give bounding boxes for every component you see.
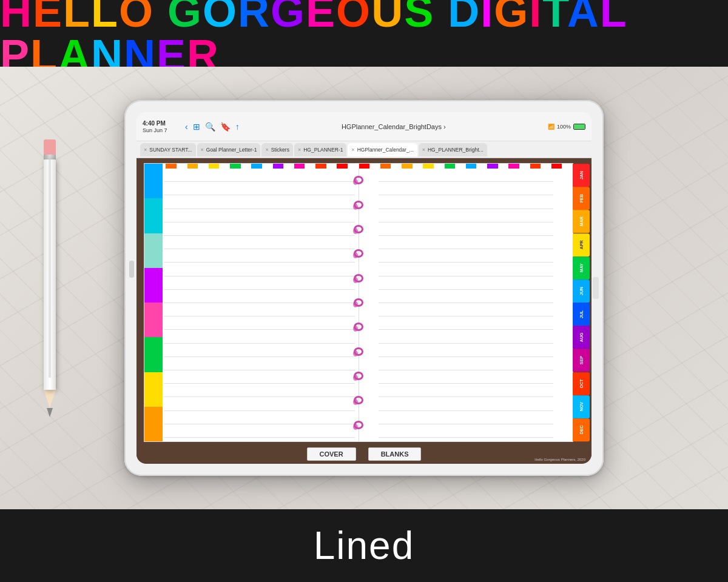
title-letter: I <box>480 0 494 36</box>
month-tabs: JAN FEB MAR APR MAY JUN JUL AUG SEP OCT … <box>573 164 590 441</box>
month-tab-aug[interactable]: AUG <box>573 326 590 349</box>
month-tab-may[interactable]: MAY <box>573 256 590 279</box>
ring <box>354 323 363 331</box>
tab-label: HG_PLANNER_Bright... <box>428 147 484 153</box>
month-tab-jan[interactable]: JAN <box>573 164 590 187</box>
tab-hg-calendar[interactable]: × HGPlanner_Calendar_... <box>348 143 417 156</box>
month-tab-apr[interactable]: APR <box>573 233 590 256</box>
dash-seg <box>219 164 230 169</box>
line <box>379 411 554 424</box>
bookmark-icon[interactable]: 🔖 <box>220 122 231 132</box>
tab-close-icon[interactable]: × <box>201 147 204 153</box>
month-tab-jul[interactable]: JUL <box>573 303 590 326</box>
page-left <box>144 163 359 442</box>
tab-label: Stickers <box>271 147 289 153</box>
line <box>164 276 355 290</box>
line <box>164 411 355 424</box>
line <box>164 182 355 195</box>
tab-close-icon[interactable]: × <box>351 147 354 153</box>
line <box>379 424 554 438</box>
left-tab-teal[interactable] <box>144 233 163 268</box>
tab-sunday[interactable]: × SUNDAY START... <box>140 143 196 156</box>
tab-close-icon[interactable]: × <box>265 147 268 153</box>
line <box>164 357 355 370</box>
line <box>164 249 355 263</box>
line <box>379 195 554 209</box>
dash-seg <box>337 164 348 169</box>
tab-close-icon[interactable]: × <box>298 147 301 153</box>
month-tab-dec[interactable]: DEC <box>573 418 590 441</box>
title-letter: I <box>529 0 542 36</box>
browser-time: 4:40 PM <box>143 120 179 127</box>
line <box>164 384 355 397</box>
back-icon[interactable]: ‹ <box>185 122 188 132</box>
line <box>379 276 554 290</box>
left-tab-yellow[interactable] <box>144 372 163 407</box>
title-letter: G <box>494 0 529 36</box>
dash-seg <box>434 164 445 169</box>
tab-goal[interactable]: × Goal Planner_Letter-1 <box>197 143 261 156</box>
tab-close-icon[interactable]: × <box>422 147 425 153</box>
pencil-tip <box>44 390 56 408</box>
title-letter: T <box>542 0 567 36</box>
title-letter: E <box>306 0 336 36</box>
month-tab-oct[interactable]: OCT <box>573 372 590 395</box>
line <box>379 263 554 276</box>
ring <box>354 201 363 209</box>
dash-seg <box>445 164 456 169</box>
line <box>164 222 355 236</box>
wifi-icon: 📶 <box>548 124 554 130</box>
month-tab-nov[interactable]: NOV <box>573 395 590 418</box>
left-tab-cyan[interactable] <box>144 198 163 233</box>
share-icon[interactable]: ↑ <box>235 122 240 132</box>
cover-button[interactable]: COVER <box>307 447 356 461</box>
line <box>164 424 355 438</box>
battery-fill <box>574 124 585 129</box>
dash-seg <box>413 164 423 169</box>
dash-seg <box>508 164 519 169</box>
lined-area-left <box>164 169 355 438</box>
bottom-label: Lined <box>314 523 415 568</box>
dash-seg <box>369 164 380 169</box>
dash-seg <box>551 164 562 169</box>
month-tab-feb[interactable]: FEB <box>573 187 590 210</box>
search-icon[interactable]: 🔍 <box>205 122 215 132</box>
title-letter: G <box>271 0 306 36</box>
middle-section: 4:40 PM Sun Jun 7 ‹ ⊞ 🔍 🔖 ↑ HGPlanner_Ca… <box>0 67 728 509</box>
line <box>164 330 355 343</box>
title-letter: L <box>600 0 627 36</box>
left-tab-orange[interactable] <box>144 407 163 441</box>
blanks-button[interactable]: BLANKS <box>368 447 422 461</box>
grid-icon[interactable]: ⊞ <box>193 122 200 132</box>
left-tab-blue[interactable] <box>144 164 163 198</box>
left-tab-pink[interactable] <box>144 303 163 337</box>
month-tab-mar[interactable]: MAR <box>573 210 590 233</box>
title-letter: S <box>404 0 434 36</box>
left-tab-purple[interactable] <box>144 268 163 303</box>
month-tab-sep[interactable]: SEP <box>573 349 590 372</box>
dash-seg <box>541 164 551 169</box>
dash-seg <box>466 164 477 169</box>
line <box>164 209 355 222</box>
left-tab-green[interactable] <box>144 337 163 372</box>
lined-area-right <box>379 169 554 438</box>
tab-close-icon[interactable]: × <box>144 147 147 153</box>
month-tab-jun[interactable]: JUN <box>573 279 590 303</box>
tab-hg-planner[interactable]: × HG_PLANNER-1 <box>294 143 346 156</box>
dash-seg <box>562 164 573 169</box>
dash-seg <box>326 164 337 169</box>
browser-address[interactable]: HGPlanner_Calendar_BrightDays › <box>246 123 542 130</box>
ring <box>354 421 363 429</box>
ring <box>354 225 363 233</box>
tab-stickers[interactable]: × Stickers <box>261 143 293 156</box>
pencil-stripe <box>49 159 51 378</box>
line <box>379 249 554 263</box>
line <box>164 236 355 249</box>
dash-seg <box>198 164 209 169</box>
tab-hg-bright[interactable]: × HG_PLANNER_Bright... <box>419 143 487 156</box>
line <box>164 169 355 182</box>
browser-nav-icons[interactable]: ‹ ⊞ 🔍 🔖 ↑ <box>185 122 240 132</box>
dash-seg <box>315 164 326 169</box>
dash-seg <box>273 164 284 169</box>
pencil-band <box>44 155 56 159</box>
